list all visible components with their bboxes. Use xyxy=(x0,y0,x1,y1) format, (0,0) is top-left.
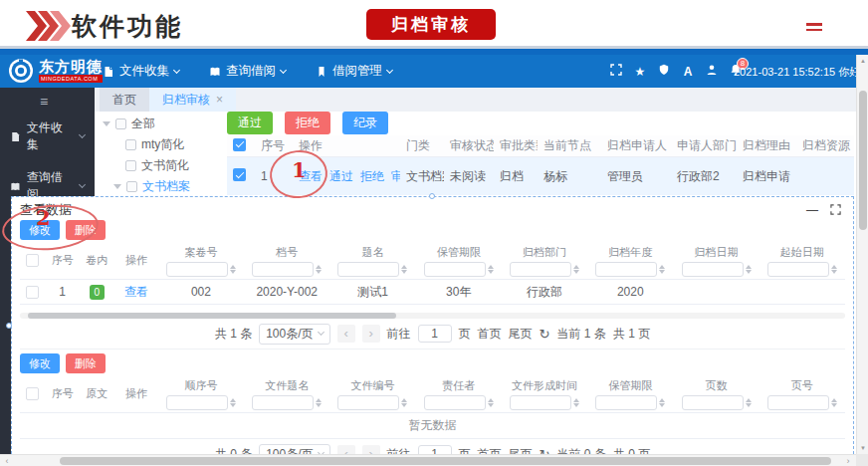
sort-icon[interactable] xyxy=(831,265,837,274)
row-checkbox[interactable] xyxy=(233,168,246,181)
approve-link[interactable]: 通过 xyxy=(329,169,353,183)
page-size-select[interactable]: 100条/页 xyxy=(259,324,329,345)
tree-node-root[interactable]: 全部 xyxy=(103,114,227,134)
scroll-up-arrow[interactable]: ▲ xyxy=(857,58,868,64)
scrollbar-thumb[interactable] xyxy=(28,313,396,319)
sort-icon[interactable] xyxy=(316,398,322,407)
nav-item-query-borrow[interactable]: 查询借阅 xyxy=(209,63,286,80)
first-page-link[interactable]: 首页 xyxy=(478,326,502,343)
tree-node-wenshu-dangan[interactable]: 文书档案 xyxy=(103,176,227,197)
caret-down-icon[interactable] xyxy=(113,184,121,189)
column-header: 当前节点 xyxy=(538,137,601,154)
caret-down-icon[interactable] xyxy=(103,121,110,126)
filter-input[interactable] xyxy=(595,262,657,277)
cell-reason: 归档申请 xyxy=(737,168,796,185)
record-button[interactable]: 纪录 xyxy=(342,112,388,134)
view-data-dialog: 查看数据 — 修改 删除 序号 卷内 操作 案卷号 档号 题名 保管期限 归档部… xyxy=(11,196,854,454)
sort-icon[interactable] xyxy=(230,265,236,274)
scrollbar-thumb[interactable] xyxy=(859,91,867,230)
filter-input[interactable] xyxy=(424,262,486,277)
sort-icon[interactable] xyxy=(746,398,752,407)
star-icon[interactable]: ★ xyxy=(633,65,647,79)
approve-button[interactable]: 通过 xyxy=(227,112,273,134)
last-page-link[interactable]: 尾页 xyxy=(509,326,533,343)
cell-retention: 30年 xyxy=(416,284,502,301)
column-header: 审批类型 xyxy=(494,137,538,154)
select-all-checkbox[interactable] xyxy=(233,138,246,151)
filter-input[interactable] xyxy=(252,395,314,410)
feature-badge: 归档审核 xyxy=(366,9,496,40)
sort-icon[interactable] xyxy=(573,398,579,407)
sort-icon[interactable] xyxy=(488,398,494,407)
tab-archive-review[interactable]: 归档审核 × xyxy=(149,88,236,112)
minimize-icon[interactable]: — xyxy=(806,205,818,215)
table-hscrollbar xyxy=(20,313,845,319)
reject-link[interactable]: 拒绝 xyxy=(360,169,384,183)
shield-icon[interactable] xyxy=(657,64,671,79)
sidebar-item-file-collect[interactable]: 文件收集 xyxy=(0,112,95,161)
sort-icon[interactable] xyxy=(401,398,407,407)
select-all-checkbox[interactable] xyxy=(26,254,39,267)
scroll-left-arrow[interactable]: ‹ xyxy=(1,455,13,466)
sort-icon[interactable] xyxy=(230,398,236,407)
edit-button[interactable]: 修改 xyxy=(20,353,60,373)
sort-icon[interactable] xyxy=(316,265,322,274)
scroll-down-arrow[interactable]: ▼ xyxy=(857,445,868,451)
filter-input[interactable] xyxy=(595,395,657,410)
header-datetime: 2021-03-21 15:52:15 你好 部门负责 xyxy=(734,65,857,80)
sort-icon[interactable] xyxy=(659,398,665,407)
refresh-icon[interactable]: ↻ xyxy=(540,327,550,342)
sort-icon[interactable] xyxy=(831,398,837,407)
tab-home[interactable]: 首页 xyxy=(100,88,149,112)
app-logo[interactable]: 东方明德 MINGDEDATA.COM xyxy=(8,58,103,84)
nav-item-borrow-manage[interactable]: 借阅管理 xyxy=(316,63,392,80)
scrollbar-thumb[interactable] xyxy=(60,457,831,465)
prev-page-button[interactable]: ‹ xyxy=(337,325,355,343)
book-icon xyxy=(209,66,221,78)
filter-column: 归档年度 xyxy=(587,242,673,279)
reject-button[interactable]: 拒绝 xyxy=(285,112,330,134)
close-tab-icon[interactable]: × xyxy=(216,88,223,112)
next-page-button[interactable]: › xyxy=(362,325,380,343)
filter-input[interactable] xyxy=(166,262,228,277)
page-input[interactable] xyxy=(418,325,452,343)
tree-node-wenshu-jianhua[interactable]: 文书简化 xyxy=(103,155,227,176)
greeting: 你好 部门负责 xyxy=(838,66,857,78)
filter-input[interactable] xyxy=(510,262,571,277)
sort-icon[interactable] xyxy=(746,265,752,274)
inner-count-badge[interactable]: 0 xyxy=(90,285,105,300)
filter-input[interactable] xyxy=(767,395,829,410)
review-record-link[interactable]: 审核记录 xyxy=(391,169,400,183)
filter-input[interactable] xyxy=(510,395,571,410)
font-size-icon[interactable]: A xyxy=(681,65,695,79)
scroll-right-arrow[interactable]: › xyxy=(842,455,854,466)
row-checkbox[interactable] xyxy=(26,286,39,299)
view-link[interactable]: 查看 xyxy=(124,284,148,301)
filter-input[interactable] xyxy=(682,262,744,277)
sort-icon[interactable] xyxy=(401,265,407,274)
view-link[interactable]: 查看 xyxy=(299,169,323,183)
scrollbar-corner xyxy=(856,454,868,466)
filter-input[interactable] xyxy=(337,395,399,410)
collapse-menu-icon[interactable]: ≡ xyxy=(40,94,48,110)
delete-button[interactable]: 删除 xyxy=(66,220,106,240)
filter-input[interactable] xyxy=(424,395,486,410)
filter-input[interactable] xyxy=(166,395,228,410)
sort-icon[interactable] xyxy=(659,265,665,274)
tree-node-mty[interactable]: mty简化 xyxy=(103,134,227,155)
filter-input[interactable] xyxy=(682,395,744,410)
filter-input[interactable] xyxy=(767,262,829,277)
select-all-checkbox[interactable] xyxy=(26,387,39,400)
sort-icon[interactable] xyxy=(573,265,579,274)
fullscreen-icon[interactable] xyxy=(609,64,623,79)
filter-input[interactable] xyxy=(337,262,399,277)
column-header: 归档资源 xyxy=(796,137,852,154)
filter-input[interactable] xyxy=(252,262,314,277)
delete-button[interactable]: 删除 xyxy=(66,353,106,373)
sort-icon[interactable] xyxy=(488,265,494,274)
tree-node-label: mty简化 xyxy=(141,136,184,153)
nav-item-file-collect[interactable]: 文件收集 xyxy=(103,63,179,80)
user-icon[interactable] xyxy=(705,64,719,79)
edit-button[interactable]: 修改 xyxy=(20,220,60,240)
maximize-icon[interactable] xyxy=(830,204,841,215)
